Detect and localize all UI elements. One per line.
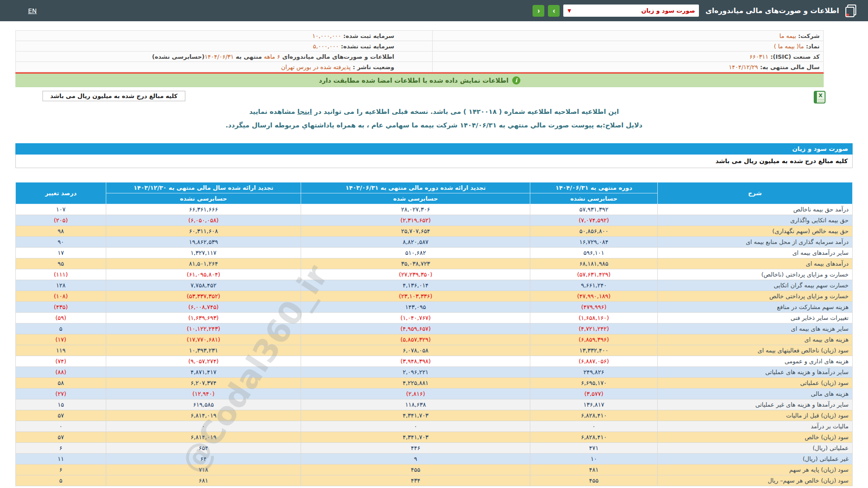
cell-value: (۱۷) <box>55 336 66 343</box>
row-label: خسارت سهم بیمه گران اتکایی <box>657 280 852 291</box>
cell-value: ۱۰۷ <box>56 206 66 213</box>
cell-value: (۶,۰۵۰,۰۵۸) <box>188 217 218 224</box>
cell-value: (۲۰۵) <box>54 217 68 224</box>
amendment-note-line2: دلایل اصلاح:به پیوست صورت مالي منتهي به … <box>0 122 868 129</box>
header-prior-period: تجدید ارائه شده دوره مالی منتهی به ۱۴۰۳/… <box>301 183 530 193</box>
row-label: درآمد سرمایه گذاری از محل منابع بیمه ای <box>657 237 852 248</box>
cell-prior_year: ۶۰,۳۱۱,۶۰۸ <box>106 226 301 237</box>
row-label: سود (زیان) خالص هر سهم– ریال <box>657 475 852 486</box>
amendment-note-pre: این اطلاعیه اصلاحیه اطلاعیه شماره ( ۱۴۲۰… <box>312 108 619 115</box>
table-row: هزینه های بیمه ای(۶,۸۵۹,۳۹۶)(۵,۸۵۷,۳۲۹)(… <box>16 334 853 345</box>
cell-value: (۳,۹۴۸,۳۹۸) <box>401 358 431 365</box>
cell-value: ۵ <box>59 325 62 332</box>
cell-value: (۳,۵۷۷) <box>584 390 603 397</box>
cell-value: ۱,۳۲۷,۱۱۷ <box>190 249 216 256</box>
previous-version-link[interactable]: اینجا <box>297 108 312 115</box>
company-table-body: شرکت: بیمه ماسرمایه ثبت شده: ۱۰,۰۰۰,۰۰۰ن… <box>16 31 824 72</box>
company-info-table: شرکت: بیمه ماسرمایه ثبت شده: ۱۰,۰۰۰,۰۰۰ن… <box>15 30 824 72</box>
cell-change_pct: ۱۱ <box>16 454 106 465</box>
cell-value: ۶۰,۳۱۱,۶۰۸ <box>189 228 218 235</box>
cell-value: ۴۸۱ <box>589 466 599 473</box>
cell-value: ۹۰ <box>57 239 64 245</box>
table-row: سود (زیان) قبل از مالیات۶,۸۲۸,۴۱۰۴,۳۴۱,۷… <box>16 410 853 421</box>
row-label: خسارت و مزایای پرداختی خالص <box>657 291 852 302</box>
cell-value: ۰ <box>592 423 595 430</box>
cell-value: ۹۵ <box>57 260 64 267</box>
table-row: سود (زیان) خالص هر سهم– ریال۴۵۵۴۳۴۶۸۱۵ <box>16 475 853 486</box>
company-label: منتهی به <box>234 53 264 60</box>
cell-value: (۶,۸۵۹,۳۹۶) <box>579 336 609 343</box>
cell-value: (۱,۶۵۸,۱۶۰) <box>579 314 609 321</box>
cell-value: ۹ <box>414 455 417 462</box>
cell-change_pct: ۶ <box>16 465 106 475</box>
language-switch-link[interactable]: EN <box>28 7 37 14</box>
cell-value: ۶۸,۱۸۱,۹۸۵ <box>579 260 608 267</box>
cell-prior_period: ۴,۲۲۵,۸۸۱ <box>301 378 530 389</box>
unit-note-row: کلیه مبالغ درج شده به میلیون ریال می باش… <box>15 155 853 168</box>
cell-value: ۶,۸۱۴,۰۱۹ <box>190 434 216 441</box>
cell-value: ۰ <box>59 423 62 430</box>
company-cell: شرکت: بیمه ما <box>433 31 824 41</box>
cell-prior_year: ۶۸۱ <box>106 475 301 486</box>
table-row: خسارت سهم بیمه گران اتکایی۹,۶۶۱,۲۴۰۴,۱۳۶… <box>16 280 853 291</box>
cell-current: (۵۷,۶۳۱,۴۲۹) <box>530 269 657 280</box>
navbar-right-group: اطلاعات و صورت‌های مالی میاندوره‌ای صورت… <box>533 4 857 18</box>
cell-current: (۴۷۹,۹۹۶) <box>530 302 657 313</box>
row-label: سایر هزینه های بیمه ای <box>657 324 852 334</box>
company-value: ۶۶۰۳۱۱ <box>750 53 769 60</box>
cell-prior_period: ۲۸,۰۲۷,۳۰۶ <box>301 204 530 215</box>
cell-value: (۱۰,۱۲۲,۲۴۳) <box>187 325 220 332</box>
signed-notice-text: اطلاعات نمایش داده شده با اطلاعات امضا ش… <box>319 77 508 84</box>
unit-note-box: کلیه مبالغ درج شده به میلیون ریال می باش… <box>42 91 185 101</box>
cell-prior_year: (۹,۰۵۷,۲۷۴) <box>106 356 301 367</box>
company-row: شرکت: بیمه ماسرمایه ثبت شده: ۱۰,۰۰۰,۰۰۰ <box>16 31 824 41</box>
cell-change_pct: (۱۰۸) <box>16 291 106 302</box>
cell-value: ۱۹,۸۶۲,۵۳۹ <box>189 239 218 245</box>
cell-prior_year: (۱۰,۱۲۲,۲۴۳) <box>106 324 301 334</box>
cell-value: ۱۴۳,۰۹۵ <box>405 304 426 310</box>
cell-value: ۲۵,۷۰۷,۶۵۴ <box>401 228 430 235</box>
cell-prior_period: (۴,۹۵۹,۶۵۷) <box>301 324 530 334</box>
company-info-section: شرکت: بیمه ماسرمایه ثبت شده: ۱۰,۰۰۰,۰۰۰ن… <box>15 30 853 87</box>
info-icon: i <box>512 76 520 84</box>
row-label: خسارت و مزایای پرداختی (ناخالص) <box>657 269 852 280</box>
cell-value: (۲۷,۲۳۹,۳۵۰) <box>399 271 432 278</box>
next-report-button[interactable]: › <box>548 5 560 17</box>
cell-prior_period: (۲۷,۲۳۹,۳۵۰) <box>301 269 530 280</box>
company-value: ۶ ماهه <box>264 53 280 60</box>
cell-prior_period: ۳۵,۰۳۸,۷۲۳ <box>301 258 530 269</box>
company-label: وضعیت ناشر : <box>351 64 394 70</box>
table-row: تغییرات سایر ذخایر فنی(۱,۶۵۸,۱۶۰)(۱,۰۴۰,… <box>16 313 853 324</box>
cell-change_pct: (۲۰۵) <box>16 215 106 226</box>
cell-value: ۶,۲۰۷,۳۷۴ <box>190 380 216 386</box>
cell-prior_period: (۱,۰۴۰,۷۶۷) <box>301 313 530 324</box>
company-value: ۱۴۰۴/۱۲/۲۹ <box>729 64 758 70</box>
table-row: سایر درآمدهای بیمه ای۵۹۶,۱۰۱۵۱۰,۶۸۲۱,۳۲۷… <box>16 248 853 258</box>
row-label: غیر عملیاتی (ریال) <box>657 454 852 465</box>
excel-export-icon[interactable]: X <box>814 91 826 103</box>
cell-value: ۴۵۵ <box>411 466 420 473</box>
cell-value: ۰ <box>202 423 205 430</box>
cell-current: ۹,۶۶۱,۲۴۰ <box>530 280 657 291</box>
cell-prior_period: ۴,۱۳۶,۰۱۴ <box>301 280 530 291</box>
cell-current: (۳,۵۷۷) <box>530 389 657 399</box>
company-row: نماد: ما( بیمه ما )سرمایه ثبت نشده: ۵,۰۰… <box>16 41 824 52</box>
report-type-dropdown[interactable]: صورت سود و زیان ▼ <box>563 5 699 17</box>
cell-prior_year: ۷,۷۵۸,۴۵۲ <box>106 280 301 291</box>
company-cell: سرمایه ثبت نشده: ۵,۰۰۰,۰۰۰ <box>16 41 433 52</box>
cell-value: ۴۴۶ <box>411 445 420 451</box>
cell-value: ۱۵ <box>57 401 64 408</box>
prev-report-button[interactable]: ‹ <box>533 5 544 17</box>
cell-value: ۴,۸۷۱,۴۱۷ <box>190 369 216 375</box>
cell-value: ۱۶,۷۲۹,۰۸۴ <box>579 239 608 245</box>
cell-current: ۴۸۱ <box>530 465 657 475</box>
cell-value: (۹,۰۵۷,۲۷۴) <box>188 358 218 365</box>
cell-value: (۴۷,۹۹۰,۱۸۹) <box>577 293 610 300</box>
company-label: اطلاعات و صورت‌های مالی میاندوره‌ای <box>280 53 394 60</box>
cell-value: ۴۷۱ <box>589 445 599 451</box>
cell-value: (۱۷,۷۷۰,۶۸۱) <box>187 336 220 343</box>
unit-row-top: کلیه مبالغ درج شده به میلیون ریال می باش… <box>15 91 853 103</box>
cell-value: (۶۱,۰۹۵,۸۰۴) <box>187 271 220 278</box>
cell-prior_period: ۴۳۴ <box>301 475 530 486</box>
cell-current: ۶,۸۲۸,۴۱۰ <box>530 432 657 443</box>
